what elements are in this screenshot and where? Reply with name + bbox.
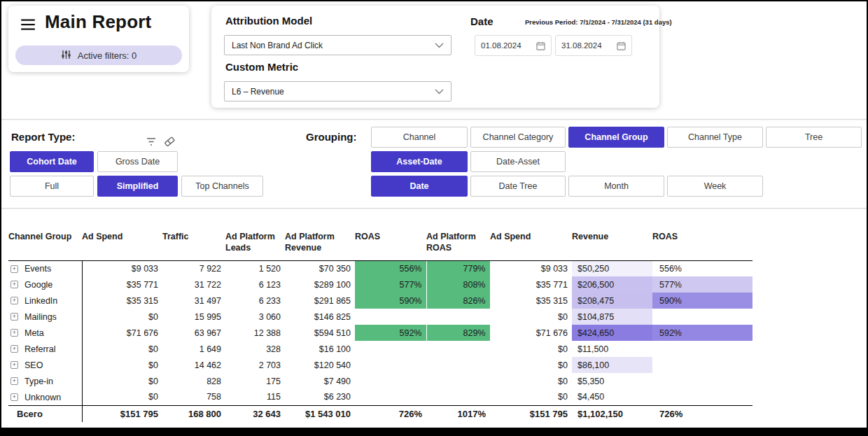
cell-ad-platform-revenue: $16 100 — [285, 341, 355, 357]
cell-ad-spend-2: $9 033 — [490, 260, 572, 276]
channel-group-cell: +LinkedIn — [8, 293, 82, 309]
total-row: Всего$151 795168 80032 643$1 543 010726%… — [8, 405, 752, 422]
table-row: +LinkedIn$35 31531 4976 233$291 865590%8… — [8, 293, 752, 309]
chevron-down-icon — [435, 89, 444, 94]
cell-traffic: 1 649 — [162, 341, 225, 357]
filter-icon[interactable] — [145, 136, 158, 150]
button-date-tree[interactable]: Date Tree — [470, 176, 566, 197]
button-gross-date[interactable]: Gross Date — [97, 151, 178, 172]
cell-roas: 592% — [355, 325, 426, 341]
menu-icon[interactable] — [21, 19, 36, 34]
expand-icon[interactable]: + — [10, 281, 18, 288]
button-simplified[interactable]: Simplified — [97, 176, 178, 197]
button-channel[interactable]: Channel — [371, 127, 468, 148]
date-start-value: 01.08.2024 — [481, 41, 522, 50]
button-top-channels[interactable]: Top Channels — [181, 176, 263, 197]
expand-icon[interactable]: + — [10, 329, 18, 337]
cell-ad-platform-leads: 175 — [225, 373, 285, 389]
button-week[interactable]: Week — [667, 176, 763, 197]
cell-ad-spend: $35 771 — [82, 276, 162, 293]
active-filters-button[interactable]: Active filters: 0 — [15, 45, 182, 65]
custom-metric-select[interactable]: L6 – Revenue — [224, 81, 451, 101]
expand-icon[interactable]: + — [10, 393, 18, 401]
calendar-icon — [536, 41, 545, 50]
cell-ad-platform-leads: 1 520 — [225, 260, 285, 276]
button-cohort-date[interactable]: Cohort Date — [10, 151, 94, 172]
cell-ad-platform-leads: 115 — [225, 389, 285, 405]
cell-roas-2 — [652, 309, 752, 325]
cell-ad-spend-2: $0 — [490, 341, 572, 357]
cell-ad-platform-roas: 826% — [426, 293, 490, 309]
cell-ad-spend-2: $71 676 — [490, 325, 572, 341]
cell-revenue: $86,100 — [572, 357, 652, 373]
button-tree[interactable]: Tree — [766, 127, 862, 148]
cell-revenue: $104,875 — [572, 309, 652, 325]
cell-traffic: 828 — [162, 373, 225, 389]
grouping-label: Grouping: — [306, 131, 356, 143]
channel-group-cell: +Referral — [8, 341, 82, 357]
cell-roas — [355, 341, 426, 357]
column-header-channel-group: Channel Group — [8, 228, 82, 260]
total-cell-ad-platform-leads: 32 643 — [225, 405, 285, 422]
report-header-card: Main Report Active filters: 0 — [8, 6, 189, 72]
active-filters-label: Active filters: 0 — [78, 50, 137, 61]
report-type-label: Report Type: — [11, 131, 75, 143]
calendar-icon — [617, 41, 626, 50]
cell-ad-platform-revenue: $6 230 — [285, 389, 355, 405]
column-header-ad-platform-leads: Ad PlatformLeads — [225, 228, 285, 260]
cell-ad-platform-roas — [426, 389, 490, 405]
expand-icon[interactable]: + — [10, 313, 18, 321]
total-cell-revenue: $1,102,150 — [572, 405, 652, 422]
cell-ad-spend: $0 — [82, 357, 162, 373]
attribution-model-value: Last Non Brand Ad Click — [232, 41, 323, 50]
button-date-asset[interactable]: Date-Asset — [470, 151, 566, 172]
cell-ad-spend: $0 — [82, 373, 162, 389]
previous-period-note: Previous Period: 7/1/2024 - 7/31/2024 (3… — [525, 18, 672, 26]
column-header-traffic: Traffic — [162, 228, 225, 260]
page-title: Main Report — [45, 11, 151, 33]
expand-icon[interactable]: + — [10, 361, 18, 369]
attribution-model-select[interactable]: Last Non Brand Ad Click — [224, 35, 451, 55]
table-row: +Referral$01 649328$16 100$0$11,500 — [8, 341, 752, 357]
cell-ad-platform-revenue: $291 865 — [285, 293, 355, 309]
cell-ad-platform-revenue: $146 825 — [285, 309, 355, 325]
expand-icon[interactable]: + — [10, 377, 18, 385]
cell-ad-platform-revenue: $594 510 — [285, 325, 355, 341]
eraser-icon[interactable] — [163, 135, 176, 150]
channel-group-cell: +Mailings — [8, 309, 82, 325]
divider — [1, 119, 867, 120]
button-channel-group[interactable]: Channel Group — [568, 127, 664, 148]
expand-icon[interactable]: + — [10, 297, 18, 304]
cell-ad-platform-leads: 2 703 — [225, 357, 285, 373]
cell-ad-platform-leads: 12 388 — [225, 325, 285, 341]
button-channel-type[interactable]: Channel Type — [667, 127, 763, 148]
channel-group-cell: +Meta — [8, 325, 82, 341]
cell-ad-platform-leads: 3 060 — [225, 309, 285, 325]
date-end-input[interactable]: 31.08.2024 — [555, 35, 632, 56]
cell-ad-spend-2: $35 771 — [490, 276, 572, 293]
report-table: Channel GroupAd SpendTrafficAd PlatformL… — [8, 228, 752, 422]
cell-roas — [355, 389, 426, 405]
cell-ad-platform-roas — [426, 341, 490, 357]
cell-ad-platform-roas: 808% — [426, 276, 490, 293]
cell-ad-platform-leads: 6 233 — [225, 293, 285, 309]
cell-roas-2 — [652, 341, 752, 357]
attribution-model-label: Attribution Model — [225, 15, 312, 27]
column-header-ad-spend: Ad Spend — [82, 228, 162, 260]
cell-ad-platform-leads: 328 — [225, 341, 285, 357]
cell-ad-platform-roas: 829% — [426, 325, 490, 341]
cell-revenue: $4,450 — [572, 389, 652, 405]
button-asset-date[interactable]: Asset-Date — [371, 151, 468, 172]
table-row: +Google$35 77131 7226 123$289 100577%808… — [8, 276, 752, 293]
total-cell-traffic: 168 800 — [162, 405, 225, 422]
button-month[interactable]: Month — [568, 176, 664, 197]
expand-icon[interactable]: + — [10, 265, 18, 273]
button-date[interactable]: Date — [371, 176, 468, 197]
button-full[interactable]: Full — [10, 176, 94, 197]
controls-card: Attribution Model Last Non Brand Ad Clic… — [211, 6, 659, 108]
cell-ad-platform-leads: 6 123 — [225, 276, 285, 293]
date-start-input[interactable]: 01.08.2024 — [475, 35, 552, 56]
expand-icon[interactable]: + — [10, 345, 18, 353]
total-cell-ad-platform-roas: 1017% — [426, 405, 490, 422]
button-channel-category[interactable]: Channel Category — [470, 127, 566, 148]
